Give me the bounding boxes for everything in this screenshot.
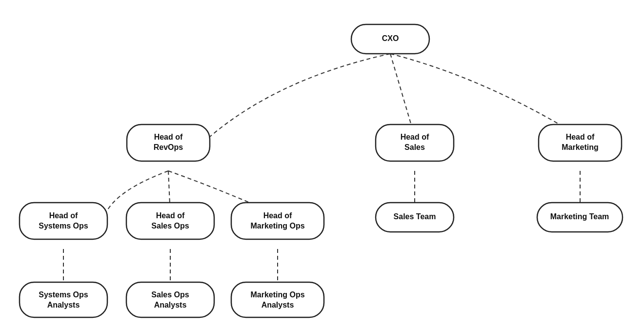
sales-ops-label1: Head of — [156, 211, 185, 220]
marketing-label-line1: Head of — [566, 133, 595, 141]
systems-analysts-node — [20, 282, 107, 317]
marketing-label-line2: Marketing — [562, 143, 599, 151]
marketing-analysts-label2: Analysts — [262, 301, 294, 309]
marketing-team-label: Marketing Team — [550, 212, 609, 221]
sales-analysts-label1: Sales Ops — [151, 290, 189, 299]
revops-label-line2: RevOps — [154, 143, 183, 151]
cxo-label: CXO — [382, 34, 399, 42]
sales-team-label: Sales Team — [394, 212, 436, 221]
sales-ops-node — [126, 203, 214, 239]
marketing-ops-label2: Marketing Ops — [250, 222, 304, 230]
sales-label-line1: Head of — [401, 133, 429, 141]
systems-ops-label2: Systems Ops — [39, 222, 88, 230]
sales-analysts-label2: Analysts — [154, 301, 187, 309]
marketing-ops-label1: Head of — [263, 211, 292, 220]
systems-ops-label1: Head of — [49, 211, 78, 220]
systems-ops-node — [20, 203, 107, 239]
sales-analysts-node — [126, 282, 214, 317]
marketing-ops-node — [231, 203, 324, 239]
sales-label-line2: Sales — [404, 143, 425, 151]
marketing-analysts-node — [231, 282, 324, 317]
marketing-analysts-label1: Marketing Ops — [250, 290, 304, 299]
revops-label-line1: Head of — [154, 133, 183, 141]
systems-analysts-label2: Analysts — [47, 301, 80, 309]
line-cxo-revops — [210, 54, 390, 137]
systems-analysts-label1: Systems Ops — [39, 290, 88, 299]
sales-ops-label2: Sales Ops — [151, 222, 189, 230]
